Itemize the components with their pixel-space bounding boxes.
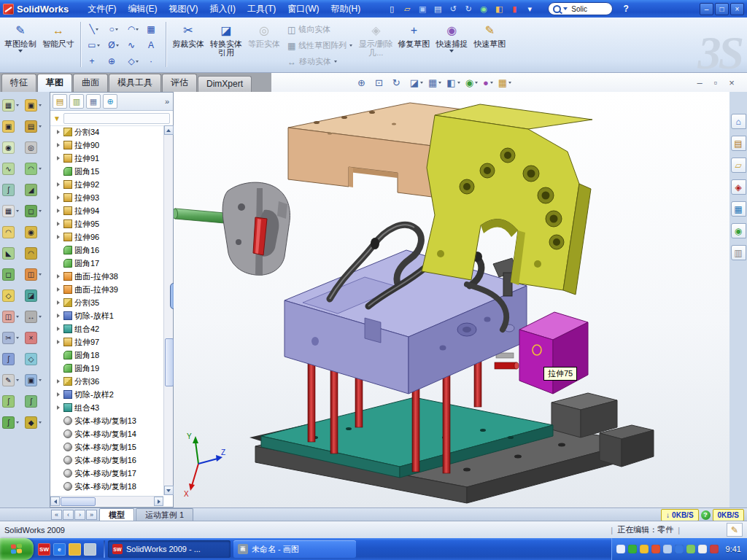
taskpane-appearances-icon[interactable]: ◉: [731, 223, 746, 238]
scrollbar-thumb[interactable]: [61, 497, 96, 506]
offset-entities-button[interactable]: ◎ 等距实体: [245, 20, 283, 69]
delete-body-icon[interactable]: ×: [25, 332, 37, 344]
configurationmanager-tab-icon[interactable]: ▦: [86, 94, 101, 109]
move-body-icon[interactable]: ↔: [25, 311, 37, 323]
sweep-icon[interactable]: ∿: [2, 163, 15, 175]
doc-restore-button[interactable]: ▫: [711, 77, 721, 88]
tree-horizontal-scrollbar[interactable]: [50, 496, 163, 506]
sketch-edit-icon[interactable]: ✎: [2, 374, 15, 386]
tray-network-monitor-icon[interactable]: [616, 545, 625, 553]
feature-tree-item[interactable]: 实体-移动/复制18: [50, 480, 163, 493]
feature-tree-item[interactable]: 实体-移动/复制13: [50, 414, 163, 427]
taskpane-view-palette-icon[interactable]: ▦: [731, 201, 746, 217]
feature-tree-item[interactable]: 实体-移动/复制15: [50, 440, 163, 454]
ellipse-tool-icon[interactable]: Ø: [104, 37, 123, 53]
tab-surfaces[interactable]: 曲面: [73, 74, 108, 92]
split-body-icon[interactable]: ◫: [25, 268, 37, 281]
combine-bodies-icon[interactable]: ◪: [25, 289, 37, 302]
feature-tree-item[interactable]: 圆角19: [50, 362, 163, 375]
doc-minimize-button[interactable]: –: [694, 77, 705, 88]
tray-antivirus-icon[interactable]: [628, 545, 637, 553]
smart-dimension-button[interactable]: ↔ 智能尺寸: [39, 20, 77, 69]
taskpane-resources-icon[interactable]: ⌂: [731, 114, 746, 129]
quicklaunch-solidworks-icon[interactable]: SW: [38, 543, 50, 556]
display-delete-relations-button[interactable]: ◈ 显示/删除几...: [357, 20, 395, 69]
arc-tool-icon[interactable]: ◠: [123, 21, 143, 37]
spline-tool-icon[interactable]: ∿: [123, 37, 143, 53]
scroll-down-button[interactable]: [164, 486, 174, 495]
features-grid-icon[interactable]: ▦: [2, 99, 15, 112]
line-tool-icon[interactable]: ╲: [84, 21, 104, 37]
boss-extrude-icon[interactable]: ▣: [25, 99, 37, 112]
feature-tree-item[interactable]: 圆角18: [50, 349, 163, 362]
taskpane-file-explorer-icon[interactable]: ▱: [731, 158, 746, 173]
feature-tree-item[interactable]: 分割35: [50, 296, 163, 309]
tray-messenger-icon[interactable]: [640, 545, 649, 553]
help-button[interactable]: ?: [620, 4, 632, 14]
app-maximize-button[interactable]: □: [715, 3, 729, 15]
convert-entities-button[interactable]: ◪ 转换实体引用: [207, 20, 245, 69]
loft-icon[interactable]: ʃ: [2, 184, 15, 196]
undo-icon[interactable]: ↺: [446, 3, 460, 15]
view-orientation-icon[interactable]: ▦: [428, 77, 441, 88]
tab-sketch[interactable]: 草图: [37, 74, 72, 92]
edit-appearance-icon[interactable]: ◧: [492, 3, 506, 15]
project-curve-icon[interactable]: ʃ: [2, 395, 15, 408]
scroll-left-button[interactable]: [50, 497, 60, 506]
expand-arrow-icon[interactable]: [55, 274, 61, 279]
slide-block[interactable]: [519, 312, 588, 394]
print-icon[interactable]: ▤: [431, 3, 444, 15]
mirror-entities-button[interactable]: ◫ 镜向实体: [285, 22, 355, 37]
expand-arrow-icon[interactable]: [55, 340, 61, 344]
feature-tree-item[interactable]: 切除-放样1: [50, 309, 163, 322]
repair-sketch-button[interactable]: + 修复草图: [395, 20, 433, 69]
model-tabs-last-button[interactable]: »: [86, 510, 97, 520]
shell2-icon[interactable]: ◻: [25, 205, 37, 217]
taskbar-window-solidworks[interactable]: SW SolidWorks 2009 - ...: [108, 540, 231, 558]
tray-volume-icon[interactable]: [663, 545, 672, 553]
menu-item[interactable]: 工具(T): [241, 1, 282, 18]
tray-download-manager-icon[interactable]: [651, 545, 660, 553]
menu-item[interactable]: 视图(V): [163, 1, 204, 18]
taskpane-custom-properties-icon[interactable]: ▥: [731, 245, 746, 260]
draft-icon[interactable]: ◇: [2, 289, 15, 302]
search-scope-caret[interactable]: [563, 7, 568, 10]
feature-tree-item[interactable]: 分割34: [50, 125, 163, 139]
feature-tree-item[interactable]: 曲面-拉伸38: [50, 270, 163, 283]
menu-item[interactable]: 帮助(H): [325, 1, 367, 18]
expand-arrow-icon[interactable]: [55, 182, 61, 187]
rapid-sketch-button[interactable]: ✎ 快速草图: [471, 20, 508, 69]
feature-tree-item[interactable]: 拉伸97: [50, 335, 163, 349]
trim-surface-icon[interactable]: ✂: [2, 332, 15, 344]
tray-usb-icon[interactable]: [710, 545, 719, 553]
scale-body-icon[interactable]: ◇: [25, 353, 37, 365]
expand-arrow-icon[interactable]: [55, 235, 61, 239]
gripper-block[interactable]: [222, 182, 290, 276]
expand-arrow-icon[interactable]: [55, 379, 61, 384]
feature-tree-item[interactable]: 拉伸93: [50, 191, 163, 204]
reference-geometry-icon[interactable]: ◆: [25, 416, 37, 429]
feature-tree-item[interactable]: 实体-移动/复制17: [50, 467, 163, 480]
fillet-feature-icon[interactable]: ◠: [2, 226, 15, 238]
menu-item[interactable]: 窗口(W): [282, 1, 325, 18]
feature-tree-item[interactable]: 拉伸90: [50, 139, 163, 152]
section-view-icon[interactable]: ◪: [410, 77, 423, 88]
expand-arrow-icon[interactable]: [55, 314, 61, 318]
menu-item[interactable]: 插入(I): [204, 1, 241, 18]
tab-features[interactable]: 特征: [1, 74, 36, 92]
view-settings-icon[interactable]: ▮: [508, 3, 521, 15]
hole-wizard-icon[interactable]: ◎: [25, 141, 37, 154]
taskbar-window-paint[interactable]: 画 未命名 - 画图: [233, 540, 356, 558]
app-close-button[interactable]: ×: [730, 3, 744, 15]
feature-tree-item[interactable]: 拉伸92: [50, 178, 163, 191]
search-input[interactable]: [570, 4, 608, 14]
feature-tree-item[interactable]: 曲面-拉伸39: [50, 283, 163, 296]
hide-show-items-icon[interactable]: ◉: [465, 77, 478, 88]
scroll-right-button[interactable]: [154, 497, 163, 506]
feature-tree-item[interactable]: 实体-移动/复制16: [50, 454, 163, 467]
taskpane-search-icon[interactable]: ◈: [731, 179, 746, 195]
display-style-icon[interactable]: ◧: [446, 77, 460, 88]
feature-tree-item[interactable]: 圆角16: [50, 244, 163, 257]
net-monitor-help-icon[interactable]: ?: [701, 510, 711, 520]
feature-tree-item[interactable]: 分割36: [50, 375, 163, 388]
